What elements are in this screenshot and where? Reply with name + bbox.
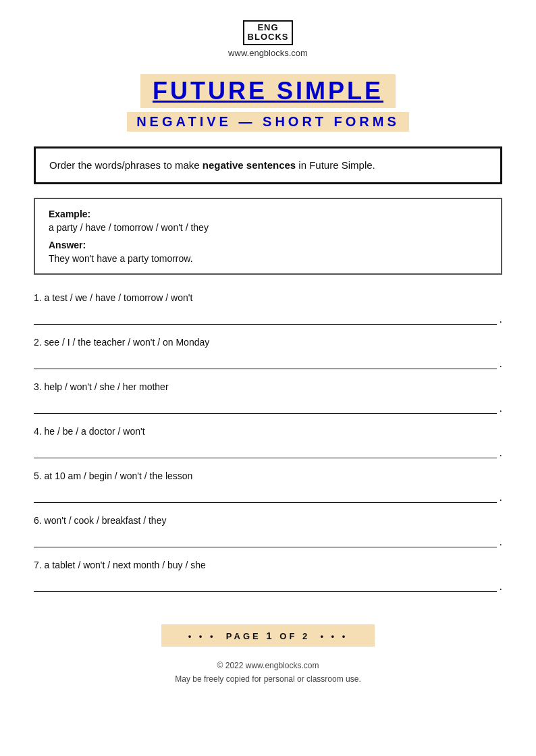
answer-line-5[interactable] xyxy=(34,488,497,503)
answer-line-wrap-3: . xyxy=(34,399,502,414)
answer-line-wrap-5: . xyxy=(34,488,502,503)
logo-line2: BLOCKS xyxy=(248,32,289,42)
answer-line-1[interactable] xyxy=(34,310,497,325)
page-label: PAGE xyxy=(226,631,261,641)
instruction-before: Order the words/phrases to make xyxy=(49,159,203,171)
of-label: OF xyxy=(279,631,297,641)
header: ENG BLOCKS www.engblocks.com xyxy=(228,20,308,68)
dot-end-2: . xyxy=(500,358,502,369)
question-item-5: 5. at 10 am / begin / won't / the lesson… xyxy=(34,470,502,503)
questions-list: 1. a test / we / have / tomorrow / won't… xyxy=(34,292,502,604)
example-box: Example: a party / have / tomorrow / won… xyxy=(34,198,502,275)
answer-line-7[interactable] xyxy=(34,577,497,592)
dots-left: • • • xyxy=(188,631,216,641)
question-prompt-1: 1. a test / we / have / tomorrow / won't xyxy=(34,292,502,303)
instruction-box: Order the words/phrases to make negative… xyxy=(34,146,502,185)
answer-label: Answer: xyxy=(49,240,487,250)
copyright: © 2022 www.engblocks.com xyxy=(175,659,360,672)
question-prompt-7: 7. a tablet / won't / next month / buy /… xyxy=(34,560,502,570)
example-prompt: a party / have / tomorrow / won't / they xyxy=(49,222,487,233)
example-answer: They won't have a party tomorrow. xyxy=(49,253,487,264)
dot-end-1: . xyxy=(500,314,502,325)
answer-line-wrap-7: . xyxy=(34,577,502,592)
answer-line-wrap-6: . xyxy=(34,533,502,547)
answer-line-6[interactable] xyxy=(34,533,497,547)
dots-right: • • • xyxy=(320,631,348,641)
logo-line1: ENG xyxy=(248,23,289,32)
question-item-1: 1. a test / we / have / tomorrow / won't… xyxy=(34,292,502,325)
question-item-2: 2. see / I / the teacher / won't / on Mo… xyxy=(34,337,502,369)
dot-end-5: . xyxy=(500,492,502,503)
license: May be freely copied for personal or cla… xyxy=(175,672,360,686)
question-prompt-4: 4. he / be / a doctor / won't xyxy=(34,426,502,437)
question-item-6: 6. won't / cook / breakfast / they. xyxy=(34,515,502,547)
question-prompt-6: 6. won't / cook / breakfast / they xyxy=(34,515,502,526)
footer: © 2022 www.engblocks.comMay be freely co… xyxy=(175,659,360,686)
answer-line-wrap-1: . xyxy=(34,310,502,325)
page-number: 1 xyxy=(266,630,274,641)
answer-line-3[interactable] xyxy=(34,399,497,414)
instruction-text: Order the words/phrases to make negative… xyxy=(49,159,375,171)
question-item-4: 4. he / be / a doctor / won't. xyxy=(34,426,502,458)
example-label: Example: xyxy=(49,209,487,219)
question-item-3: 3. help / won't / she / her mother. xyxy=(34,381,502,414)
dot-end-4: . xyxy=(500,448,502,458)
question-item-7: 7. a tablet / won't / next month / buy /… xyxy=(34,560,502,592)
page: ENG BLOCKS www.engblocks.com FUTURE SIMP… xyxy=(0,0,536,756)
dot-end-3: . xyxy=(500,403,502,414)
instruction-after: in Future Simple. xyxy=(296,159,375,171)
logo: ENG BLOCKS xyxy=(243,20,294,45)
pagination: • • • PAGE 1 OF 2 • • • xyxy=(161,624,375,647)
answer-line-wrap-4: . xyxy=(34,443,502,458)
page-total: 2 xyxy=(302,631,310,641)
answer-line-2[interactable] xyxy=(34,354,497,369)
title-sub: NEGATIVE — SHORT FORMS xyxy=(127,112,409,132)
dot-end-6: . xyxy=(500,537,502,547)
answer-line-4[interactable] xyxy=(34,443,497,458)
answer-line-wrap-2: . xyxy=(34,354,502,369)
dot-end-7: . xyxy=(500,581,502,592)
question-prompt-5: 5. at 10 am / begin / won't / the lesson xyxy=(34,470,502,481)
title-main: FUTURE SIMPLE xyxy=(140,74,396,108)
question-prompt-2: 2. see / I / the teacher / won't / on Mo… xyxy=(34,337,502,348)
website: www.engblocks.com xyxy=(228,48,308,58)
question-prompt-3: 3. help / won't / she / her mother xyxy=(34,381,502,392)
instruction-bold: negative sentences xyxy=(203,159,296,171)
